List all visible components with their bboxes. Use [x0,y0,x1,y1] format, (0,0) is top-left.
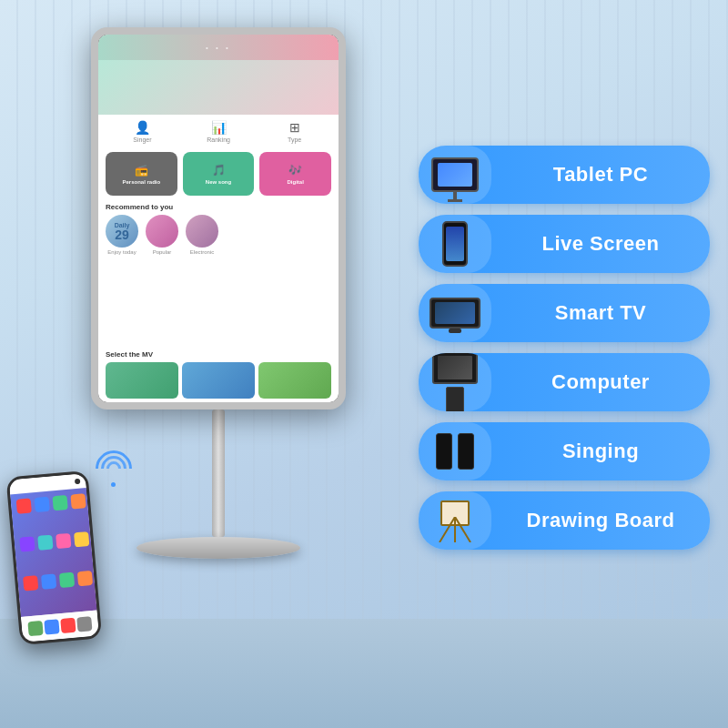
mv-section: Select the MV [98,347,339,402]
recommend-items: Daily 29 Enjoy today Popular Electronic [106,215,331,255]
feature-image-tablet [419,146,491,204]
nav-type-label: Type [288,136,301,143]
feature-label-live-screen: Live Screen [491,232,710,256]
feature-label-computer: Computer [491,370,710,394]
nav-type: ⊞ Type [286,120,304,143]
computer-monitor [432,353,478,384]
dock-photos [60,618,76,633]
mv-card-1 [106,362,178,399]
feature-live-screen: Live Screen [419,215,710,273]
tv-device-icon [430,298,480,329]
mv-cards [106,362,331,399]
stand-base [136,537,300,559]
screen-hero [98,60,339,115]
computer-tower [446,387,464,412]
phone-dock [21,611,99,642]
rec-circle-electronic [186,215,218,248]
app-8 [74,531,89,547]
status-indicator [75,479,81,485]
card-new-song: 🎵 New song [183,152,255,196]
rec-electronic: Electronic [186,215,218,255]
rec-popular: Popular [146,215,178,255]
nav-ranking: 📊 Ranking [207,120,230,143]
feature-label-singing: Singing [491,440,710,463]
feature-singing: Singing [419,422,710,480]
computer-device-icon [432,353,478,411]
rec-label-3: Electronic [190,249,214,255]
screen-topbar [98,35,339,60]
speakers-device-icon [436,433,474,470]
category-cards: 📻 Personal radio 🎵 New song 🎶 Digital [98,148,339,199]
daily-number: 29 [115,228,130,241]
digital-icon: 🎶 [288,164,302,177]
svg-line-0 [440,517,455,542]
wifi-dot [111,482,116,487]
feature-image-easel [419,491,491,550]
app-1 [16,498,32,513]
feature-drawing-board: Drawing Board [419,491,710,550]
app-11 [59,571,75,587]
easel-device-icon [435,499,475,542]
person-icon: 👤 [133,120,151,135]
recommend-title: Recommend to you [106,203,331,211]
feature-computer: Computer [419,353,710,411]
phone-container [5,470,112,659]
dock-messages [27,621,43,636]
app-6 [37,535,53,551]
features-list: Tablet PC Live Screen Smart TV Computer [419,146,710,550]
display-screen: 👤 Singer 📊 Ranking ⊞ Type 📻 Personal rad… [91,27,346,410]
wifi-signal [91,450,136,487]
mv-card-3 [258,362,331,399]
rec-label-1: Enjoy today [107,249,136,255]
live-screen-device-icon [442,221,468,267]
app-5 [19,537,35,552]
rec-circle-popular [146,215,178,248]
dock-settings [76,616,92,632]
feature-image-live-screen [419,215,491,273]
rec-enjoy: Daily 29 Enjoy today [106,215,138,255]
feature-tablet-pc: Tablet PC [419,146,710,204]
card-digital: 🎶 Digital [259,152,331,196]
recommend-section: Recommend to you Daily 29 Enjoy today [98,199,339,347]
ranking-icon: 📊 [209,120,228,135]
feature-image-computer [419,353,491,411]
card-label-2: New song [206,179,231,185]
radio-icon: 📻 [135,164,148,177]
smartphone [5,470,102,645]
screen-content: 👤 Singer 📊 Ranking ⊞ Type 📻 Personal rad… [98,35,339,402]
nav-singer-label: Singer [133,136,151,143]
screen-nav: 👤 Singer 📊 Ranking ⊞ Type [98,115,339,148]
tablet-stand [453,192,457,199]
app-9 [23,575,38,591]
tablet-base [448,199,462,202]
rec-label-2: Popular [153,249,172,255]
app-4 [70,493,86,509]
feature-smart-tv: Smart TV [419,284,710,342]
tablet-device-icon [431,157,479,192]
dock-phone [44,619,59,634]
card-label-1: Personal radio [122,179,160,185]
phone-screen [9,473,99,642]
mv-card-2 [182,362,255,399]
phone-app-grid [10,488,96,617]
tv-leg [449,329,461,333]
app-7 [56,533,71,549]
nav-ranking-label: Ranking [207,136,230,143]
feature-label-tablet: Tablet PC [491,163,710,187]
card-personal-radio: 📻 Personal radio [106,152,177,196]
easel-legs-svg [435,517,475,542]
speaker-left [436,433,452,470]
card-label-3: Digital [288,179,304,185]
stand-pole [212,410,225,537]
nav-singer: 👤 Singer [133,120,151,143]
app-2 [35,497,50,512]
type-icon: ⊞ [286,120,304,135]
app-3 [52,495,67,511]
speaker-right [458,433,474,470]
feature-image-tv [419,284,491,342]
music-icon: 🎵 [212,164,226,177]
feature-label-tv: Smart TV [491,301,710,325]
mv-title: Select the MV [106,350,331,359]
app-12 [77,571,93,586]
app-10 [41,573,56,589]
